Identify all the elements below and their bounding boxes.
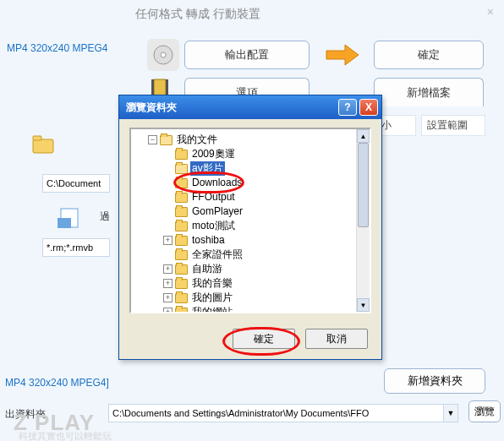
tree-item[interactable]: +我的音樂 <box>163 276 368 291</box>
app-close-icon[interactable]: × <box>487 5 494 19</box>
format-label: MP4 320x240 MPEG4 <box>7 42 107 54</box>
disc-icon <box>147 39 179 71</box>
svg-rect-5 <box>166 79 168 96</box>
tree-item[interactable]: +自助游 <box>163 262 368 276</box>
svg-point-1 <box>161 52 166 57</box>
source-path-input[interactable] <box>42 174 110 193</box>
confirm-button[interactable]: 確定 <box>374 41 484 69</box>
help-icon[interactable]: ? <box>338 99 357 116</box>
close-icon[interactable]: X <box>359 99 378 116</box>
svg-marker-2 <box>326 45 359 65</box>
filter-label: 過 <box>100 210 110 224</box>
folder-icon[interactable] <box>32 135 54 154</box>
extension-input[interactable] <box>42 238 110 257</box>
dialog-title: 瀏覽資料夾 <box>126 101 336 115</box>
tree-item[interactable]: moto測試 <box>163 219 368 233</box>
new-file-button[interactable]: 新增檔案 <box>374 78 484 106</box>
dialog-ok-button[interactable]: 確定 <box>233 329 295 349</box>
output-config-button[interactable]: 輸出配置 <box>184 41 310 69</box>
dialog-cancel-button[interactable]: 取消 <box>305 329 368 349</box>
tree-item[interactable]: +我的圖片 <box>163 291 368 305</box>
dropdown-arrow-icon[interactable]: ▼ <box>443 404 458 422</box>
tree-item-selected[interactable]: av影片 <box>163 161 368 176</box>
arrow-right-icon <box>323 42 362 68</box>
scroll-up-icon[interactable]: ▲ <box>357 129 370 143</box>
svg-rect-7 <box>33 136 41 140</box>
status-format: MP4 320x240 MPEG4] <box>5 377 109 389</box>
folder-tree: −我的文件 2009奧運 av影片 Downloads FFOutput Gom… <box>129 128 371 313</box>
scroll-down-icon[interactable]: ▼ <box>357 298 370 312</box>
tree-item[interactable]: FFOutput <box>163 190 368 204</box>
browse-folder-dialog: 瀏覽資料夾 ? X −我的文件 2009奧運 av影片 Downloads FF… <box>118 95 382 360</box>
column-range[interactable]: 設置範圍 <box>421 115 485 136</box>
tree-item[interactable]: Downloads <box>163 176 368 190</box>
tree-item[interactable]: GomPlayer <box>163 204 368 219</box>
svg-rect-3 <box>154 79 166 96</box>
tree-root[interactable]: −我的文件 <box>148 133 368 147</box>
output-folder-label: 出資料夾 <box>5 407 46 422</box>
svg-rect-6 <box>33 139 53 153</box>
tree-item[interactable]: 全家證件照 <box>163 248 368 262</box>
scroll-thumb[interactable] <box>358 143 369 227</box>
tree-item[interactable]: +toshiba <box>163 233 368 248</box>
scrollbar[interactable]: ▲ ▼ <box>356 129 370 312</box>
new-folder-button[interactable]: 新增資料夾 <box>384 368 485 394</box>
tree-item[interactable]: +我的網站 <box>163 305 368 313</box>
dialog-titlebar[interactable]: 瀏覽資料夾 ? X <box>119 95 381 119</box>
tree-item[interactable]: 2009奧運 <box>163 147 368 161</box>
watermark-sub: 科技其實也可以輕鬆玩 <box>19 430 112 441</box>
output-path-input[interactable] <box>108 404 457 422</box>
svg-rect-4 <box>151 79 154 96</box>
document-icon <box>56 206 85 230</box>
svg-rect-9 <box>58 218 71 228</box>
app-title: 任何格式 轉成 行動裝置 <box>135 7 260 22</box>
browse-button[interactable]: 瀏覽 <box>468 400 501 422</box>
